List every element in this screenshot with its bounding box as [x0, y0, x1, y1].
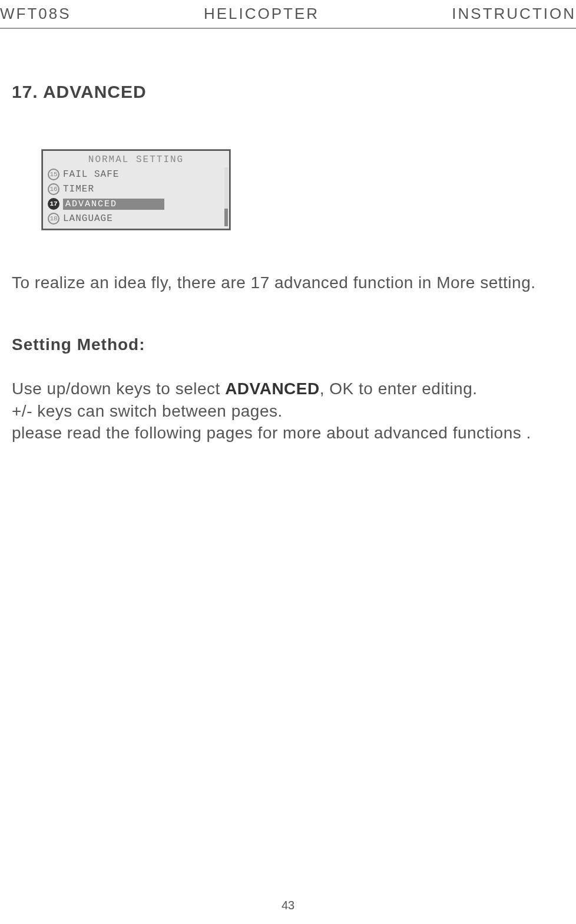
lcd-item-label: LANGUAGE	[63, 213, 113, 224]
method-paragraph: Use up/down keys to select ADVANCED, OK …	[12, 378, 558, 444]
method-line1-pre: Use up/down keys to select	[12, 380, 225, 398]
method-line1-post: , OK to enter editing.	[320, 380, 478, 398]
header-model: WFT08S	[0, 5, 71, 23]
lcd-menu-item-selected: 17 ADVANCED	[45, 197, 227, 211]
lcd-item-label: TIMER	[63, 184, 94, 194]
method-line2: +/- keys can switch between pages.	[12, 402, 283, 420]
page-content: 17. ADVANCED NORMAL SETTING 15 FAIL SAFE…	[0, 29, 576, 444]
page-header: WFT08S HELICOPTER INSTRUCTION	[0, 0, 576, 29]
lcd-item-number: 15	[48, 169, 59, 180]
subsection-title: Setting Method:	[12, 335, 558, 354]
lcd-item-label-selected: ADVANCED	[63, 199, 164, 210]
lcd-scrollbar	[224, 167, 228, 226]
method-line3: please read the following pages for more…	[12, 424, 531, 442]
lcd-item-number: 18	[48, 213, 59, 225]
lcd-menu-title: NORMAL SETTING	[45, 154, 227, 165]
section-title: 17. ADVANCED	[12, 82, 558, 102]
method-line1-bold: ADVANCED	[225, 380, 320, 398]
lcd-menu-item: 18 LANGUAGE	[45, 212, 227, 226]
lcd-screenshot: NORMAL SETTING 15 FAIL SAFE 16 TIMER 17 …	[41, 149, 231, 230]
page-number: 43	[282, 899, 294, 912]
lcd-scrollthumb	[224, 209, 228, 226]
lcd-item-number-selected: 17	[48, 198, 59, 210]
lcd-menu-item: 15 FAIL SAFE	[45, 167, 227, 182]
lcd-item-label: FAIL SAFE	[63, 169, 119, 180]
header-doc-type: INSTRUCTION	[452, 5, 576, 23]
lcd-inner: NORMAL SETTING 15 FAIL SAFE 16 TIMER 17 …	[42, 150, 230, 230]
lcd-item-number: 16	[48, 183, 59, 195]
header-category: HELICOPTER	[204, 5, 319, 23]
intro-paragraph: To realize an idea fly, there are 17 adv…	[12, 272, 558, 294]
lcd-menu-item: 16 TIMER	[45, 182, 227, 196]
